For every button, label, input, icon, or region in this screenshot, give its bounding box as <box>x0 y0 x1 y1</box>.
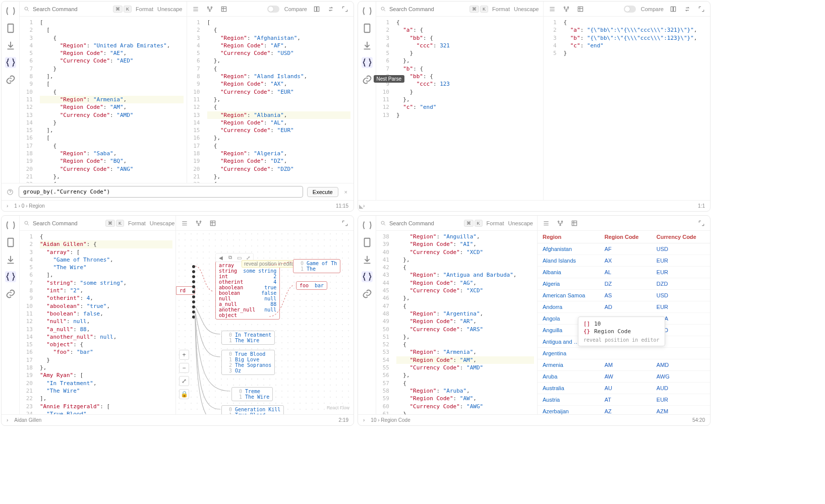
flow-node[interactable]: 0True Blood1Big Love2The Sopranos3Oz <box>221 350 275 375</box>
breadcrumb[interactable]: ›10 › Region Code <box>363 417 410 423</box>
table-row[interactable]: Argentina <box>538 348 710 359</box>
search-input[interactable]: ⌘K <box>380 220 483 227</box>
doc-icon[interactable] <box>362 237 373 248</box>
list-icon[interactable] <box>542 219 551 228</box>
table-icon[interactable] <box>576 5 585 14</box>
flow-icon[interactable] <box>562 5 571 14</box>
flow-node[interactable]: 0In Treatment1The Wire <box>221 331 275 345</box>
link-icon[interactable] <box>5 288 16 299</box>
zoom-control[interactable]: 🔒 <box>179 389 189 399</box>
flow-icon[interactable] <box>205 5 214 14</box>
table-row[interactable]: AustraliaAUAUD <box>538 383 710 394</box>
table-header[interactable]: Region Code <box>600 231 652 243</box>
flow-canvas[interactable]: rd array string some stringint 2otherint… <box>176 231 353 414</box>
list-icon[interactable] <box>191 5 200 14</box>
resize-corner-icon[interactable]: ◣ <box>359 203 366 210</box>
format-button[interactable]: Format <box>492 6 510 12</box>
logo-icon[interactable] <box>362 220 373 231</box>
swap-icon[interactable] <box>326 5 335 14</box>
table-header[interactable]: Currency Code <box>652 231 710 243</box>
svg-point-12 <box>567 7 568 8</box>
compare-toggle[interactable] <box>624 6 636 13</box>
node-tool-icon[interactable]: ⧉ <box>226 254 233 261</box>
left-editor[interactable]: 12345678910111213 { "a": { "bb": { "ccc"… <box>376 17 543 200</box>
table-row[interactable]: AlbaniaALEUR <box>538 267 710 278</box>
braces-icon[interactable] <box>5 57 16 68</box>
unescape-button[interactable]: Unescape <box>157 6 183 12</box>
download-icon[interactable] <box>5 40 16 51</box>
popover-hint[interactable]: reveal position in editor <box>583 337 660 343</box>
doc-icon[interactable] <box>5 23 16 34</box>
table-row[interactable]: AzerbaijanAZAZM <box>538 406 710 415</box>
table-row[interactable]: Aland IslandsAXEUR <box>538 255 710 267</box>
node-tool-icon[interactable]: ◀ <box>217 254 224 261</box>
unescape-button[interactable]: Unescape <box>514 6 539 12</box>
right-editor[interactable]: 1234567891011121314151617181920212223242… <box>187 17 354 183</box>
execute-button[interactable]: Execute <box>307 187 338 197</box>
table-header[interactable]: Region <box>538 231 600 243</box>
search-input[interactable]: ⌘K <box>24 220 124 227</box>
split-icon[interactable] <box>669 5 678 14</box>
unescape-button[interactable]: Unescape <box>150 220 175 226</box>
breadcrumb[interactable]: ›Aidan Gillen <box>7 417 41 423</box>
logo-icon[interactable] <box>5 220 16 231</box>
list-icon[interactable] <box>548 5 557 14</box>
left-editor[interactable]: 3839404142434445464748495051525354555657… <box>376 231 537 414</box>
download-icon[interactable] <box>362 254 373 265</box>
table-icon[interactable] <box>570 219 579 228</box>
table-row[interactable]: ArmeniaAMAMD <box>538 359 710 371</box>
link-icon[interactable] <box>5 74 16 85</box>
right-editor[interactable]: 12345 { "a": "{\"bb\":\"{\\\"ccc\\\":321… <box>544 17 711 200</box>
flow-node[interactable]: 0Generation Kill1True Blood <box>221 405 284 414</box>
link-icon[interactable] <box>362 288 373 299</box>
flow-node[interactable]: foo bar <box>296 281 327 290</box>
table-row[interactable]: AlgeriaDZDZD <box>538 278 710 290</box>
left-editor[interactable]: 1234567891011121314151617181920212223242… <box>20 17 187 183</box>
search-input[interactable]: ⌘K <box>380 6 488 13</box>
doc-icon[interactable] <box>5 237 16 248</box>
logo-icon[interactable] <box>5 6 16 17</box>
help-icon[interactable] <box>6 187 15 197</box>
flow-node[interactable]: array string some stringint 2otherint 4a… <box>215 261 280 320</box>
reveal-hint[interactable]: reveal position in editor <box>242 260 299 268</box>
table-row[interactable]: ArubaAWAWG <box>538 371 710 383</box>
left-editor[interactable]: 1234567891011121314151617181920212223242… <box>20 231 175 414</box>
braces-icon[interactable] <box>5 271 16 282</box>
download-icon[interactable] <box>362 40 373 51</box>
format-button[interactable]: Format <box>487 220 504 226</box>
search-input[interactable]: ⌘K <box>24 6 132 13</box>
expand-icon[interactable] <box>340 5 349 14</box>
flow-icon[interactable] <box>556 219 565 228</box>
braces-icon[interactable] <box>362 271 373 282</box>
flow-icon[interactable] <box>194 219 203 228</box>
split-icon[interactable] <box>312 5 321 14</box>
list-icon[interactable] <box>180 219 189 228</box>
download-icon[interactable] <box>5 254 16 265</box>
table-row[interactable]: AfghanistanAFUSD <box>538 243 710 255</box>
link-icon[interactable]: Nest Parse <box>362 74 373 85</box>
table-icon[interactable] <box>208 219 217 228</box>
query-input[interactable] <box>19 186 303 198</box>
close-query-icon[interactable]: × <box>342 189 349 195</box>
doc-icon[interactable] <box>362 23 373 34</box>
compare-toggle[interactable] <box>267 6 279 13</box>
zoom-control[interactable]: − <box>179 363 189 373</box>
flow-node[interactable]: 0Game of Th1The <box>293 259 340 273</box>
table-row[interactable]: American SamoaASUSD <box>538 290 710 301</box>
logo-icon[interactable] <box>362 6 373 17</box>
table-icon[interactable] <box>219 5 228 14</box>
zoom-control[interactable]: ⤢ <box>179 376 189 386</box>
unescape-button[interactable]: Unescape <box>508 220 533 226</box>
flow-node[interactable]: 0Treme1The Wire <box>231 387 273 401</box>
format-button[interactable]: Format <box>136 6 153 12</box>
format-button[interactable]: Format <box>128 220 146 226</box>
table-row[interactable]: AndorraADEUR <box>538 301 710 313</box>
zoom-control[interactable]: + <box>179 350 189 360</box>
swap-icon[interactable] <box>683 5 692 14</box>
expand-icon[interactable] <box>697 5 706 14</box>
breadcrumb[interactable]: ›1 › 0 › Region <box>7 203 45 209</box>
table-row[interactable]: AustriaATEUR <box>538 394 710 406</box>
expand-icon[interactable] <box>340 219 349 228</box>
braces-icon[interactable] <box>362 57 373 68</box>
expand-icon[interactable] <box>697 219 706 228</box>
